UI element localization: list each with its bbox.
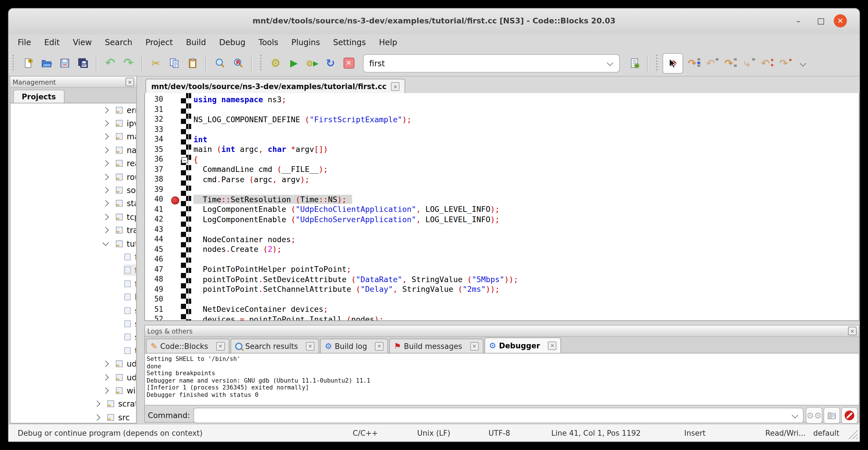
log-tab-code-blocks[interactable]: ✎Code::Blocks× (146, 339, 229, 353)
close-icon[interactable]: × (375, 342, 383, 350)
tree-item-th[interactable]: th (11, 344, 136, 357)
close-icon[interactable]: × (306, 342, 314, 350)
log-tab-search-results[interactable]: Search results× (230, 339, 319, 353)
code-line-46[interactable]: 46 (145, 254, 859, 264)
code-line-43[interactable]: 43 (145, 224, 859, 234)
copy-button[interactable] (165, 54, 183, 72)
line-number[interactable]: 49 (145, 285, 163, 294)
code-line-37[interactable]: 37 CommandLine cmd (__FILE__); (145, 164, 859, 174)
line-number[interactable]: 32 (145, 115, 163, 124)
build-target-info-button[interactable] (625, 54, 643, 72)
tree-item-rout[interactable]: rout (11, 170, 136, 184)
cut-button[interactable]: ✂ (147, 54, 165, 72)
tree-item-trafl[interactable]: trafl (11, 223, 136, 237)
line-number[interactable]: 51 (145, 305, 163, 313)
tree-item-sock[interactable]: sock (11, 184, 136, 197)
chevron-right-icon[interactable] (102, 361, 109, 367)
tree-item-reall[interactable]: reall (11, 157, 136, 170)
line-number[interactable]: 34 (145, 135, 163, 144)
run-button[interactable]: ▶ (285, 54, 303, 72)
code-line-38[interactable]: 38 cmd.Parse (argc, argv); (145, 174, 859, 184)
menu-project[interactable]: Project (146, 38, 173, 47)
tree-item-fir[interactable]: fir (11, 264, 136, 277)
build-target-combobox[interactable]: first (363, 54, 620, 72)
log-tab-debugger[interactable]: ⚙Debugger× (485, 337, 561, 353)
tree-item-src[interactable]: src (11, 411, 136, 423)
chevron-right-icon[interactable] (102, 214, 109, 220)
code-line-50[interactable]: 50 (145, 294, 859, 304)
tree-item-wire[interactable]: wire (11, 384, 136, 397)
menu-file[interactable]: File (18, 38, 31, 47)
line-number[interactable]: 44 (145, 235, 163, 244)
log-tab-build-log[interactable]: ⚙Build log× (320, 339, 388, 353)
line-number[interactable]: 48 (145, 275, 163, 283)
step-out-button[interactable]: ⤷ (738, 54, 756, 72)
toolbar-grip[interactable] (260, 55, 262, 72)
menu-debug[interactable]: Debug (219, 38, 245, 47)
code-line-42[interactable]: 42 LogComponentEnable ("UdpEchoServerApp… (145, 214, 859, 224)
line-number[interactable]: 36 (145, 155, 163, 163)
menu-view[interactable]: View (73, 38, 92, 47)
rebuild-button[interactable]: ↻ (321, 54, 340, 72)
undo-button[interactable]: ↶ (101, 54, 119, 72)
code-line-45[interactable]: 45 nodes.Create (2); (145, 244, 859, 254)
line-number[interactable]: 30 (145, 95, 163, 103)
code-line-31[interactable]: 31 (145, 104, 859, 114)
line-number[interactable]: 31 (145, 105, 163, 114)
tree-item-udp[interactable]: udp (11, 357, 136, 371)
tree-item-se[interactable]: se (11, 304, 136, 317)
chevron-right-icon[interactable] (94, 414, 100, 421)
save-file-button[interactable] (55, 54, 73, 72)
find-button[interactable] (211, 54, 229, 72)
run-to-cursor-button[interactable]: ↷ (683, 54, 701, 72)
tree-item-scratch[interactable]: scratch (11, 397, 136, 411)
chevron-right-icon[interactable] (102, 147, 109, 153)
line-number[interactable]: 37 (145, 165, 163, 174)
toolbar-grip[interactable] (12, 55, 15, 72)
tree-item-ipv6[interactable]: ipv6 (11, 117, 136, 130)
code-line-47[interactable]: 47 PointToPointHelper pointToPoint; (145, 264, 859, 274)
open-log-folder-button[interactable] (824, 407, 840, 424)
line-number[interactable]: 47 (145, 265, 163, 274)
next-line-button[interactable]: ↶ (701, 54, 720, 72)
tree-item-udp-[interactable]: udp- (11, 371, 136, 384)
open-file-button[interactable] (37, 54, 55, 72)
close-button[interactable]: ✕ (834, 14, 847, 27)
code-line-39[interactable]: 39 (145, 184, 859, 194)
line-number[interactable]: 38 (145, 175, 163, 184)
close-icon[interactable]: × (848, 327, 857, 335)
resize-grip[interactable] (846, 428, 858, 439)
redo-button[interactable]: ↷ (119, 54, 137, 72)
debug-continue-button[interactable] (662, 53, 683, 73)
line-number[interactable]: 52 (145, 315, 163, 321)
title-bar[interactable]: mnt/dev/tools/source/ns-3-dev/examples/t… (8, 8, 860, 35)
chevron-right-icon[interactable] (102, 133, 109, 140)
tree-item-se[interactable]: se (11, 317, 136, 331)
debug-toolbar-grip[interactable] (656, 55, 658, 72)
chevron-right-icon[interactable] (102, 387, 109, 394)
menu-edit[interactable]: Edit (44, 38, 60, 47)
menu-search[interactable]: Search (105, 38, 132, 47)
code-line-35[interactable]: 35main (int argc, char *argv[]) (145, 144, 859, 154)
save-all-button[interactable] (73, 54, 92, 72)
line-number[interactable]: 41 (145, 205, 163, 214)
tree-item-tcp[interactable]: tcp (11, 210, 136, 223)
close-icon[interactable]: × (391, 82, 400, 91)
chevron-right-icon[interactable] (102, 374, 109, 381)
tree-item-mat[interactable]: mat (11, 130, 136, 144)
next-instruction-button[interactable]: ↶ (756, 54, 774, 72)
menu-settings[interactable]: Settings (333, 38, 366, 47)
step-into-instruction-button[interactable]: ↷ (774, 54, 793, 72)
code-line-40[interactable]: 40 Time::SetResolution (Time::NS); (145, 194, 859, 204)
line-number[interactable]: 40 (145, 195, 163, 204)
build-and-run-button[interactable]: ⚙▶ (303, 54, 321, 72)
minimize-button[interactable]: – (792, 15, 805, 27)
replace-button[interactable]: R (229, 54, 247, 72)
abort-button[interactable]: ✕ (340, 54, 358, 72)
toolbar-overflow-chevron[interactable] (800, 60, 806, 66)
code-editor[interactable]: 30using namespace ns3;3132NS_LOG_COMPONE… (144, 93, 860, 321)
chevron-right-icon[interactable] (102, 201, 109, 207)
chevron-down-icon[interactable] (102, 240, 109, 246)
tree-item-he[interactable]: he (11, 290, 136, 304)
chevron-right-icon[interactable] (102, 227, 109, 234)
